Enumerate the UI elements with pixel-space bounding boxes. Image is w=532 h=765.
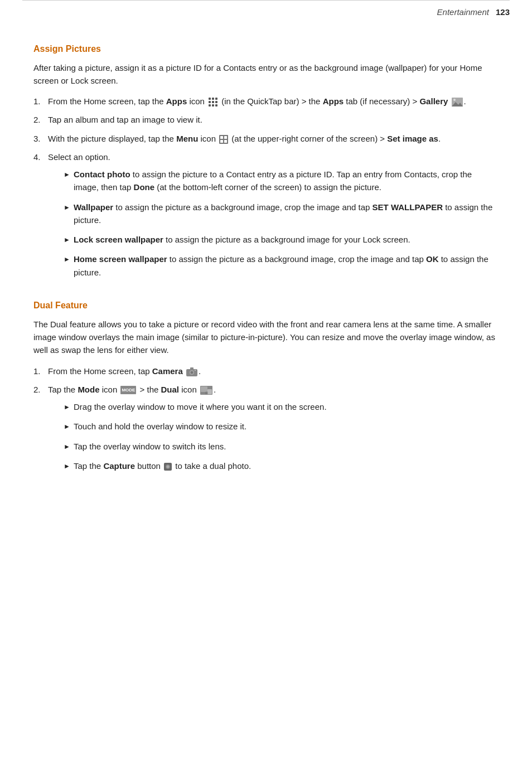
menu-icon	[219, 135, 228, 144]
bullet-arrow-2: ►	[64, 202, 74, 213]
step-1-content: From the Home screen, tap the Apps icon	[48, 95, 499, 108]
gallery-icon	[452, 98, 463, 106]
assign-pictures-section: Assign Pictures After taking a picture, …	[33, 42, 499, 285]
svg-rect-8	[215, 104, 217, 106]
dual-feature-heading: Dual Feature	[33, 299, 499, 312]
svg-rect-1	[212, 98, 214, 100]
keyword-set-wallpaper: SET WALLPAPER	[373, 202, 443, 212]
keyword-wallpaper: Wallpaper	[74, 202, 113, 212]
svg-rect-15	[220, 140, 223, 143]
svg-rect-14	[224, 136, 227, 139]
bullet-home-screen-content: Home screen wallpaper to assign the pict…	[74, 253, 499, 279]
bullet-touch-hold: ► Touch and hold the overlay window to r…	[64, 420, 499, 433]
svg-rect-7	[212, 104, 214, 106]
keyword-done: Done	[134, 182, 155, 192]
bullet-capture: ► Tap the Capture button to take a dual …	[64, 459, 499, 472]
dual-icon: ◫	[200, 386, 212, 395]
bullet-home-screen: ► Home screen wallpaper to assign the pi…	[64, 253, 499, 279]
step-2-content: Tap an album and tap an image to view it…	[48, 113, 499, 126]
svg-text:◫: ◫	[205, 391, 207, 394]
svg-rect-16	[224, 140, 227, 143]
dual-feature-steps: 1. From the Home screen, tap Camera .	[33, 365, 499, 480]
keyword-mode: Mode	[78, 385, 99, 394]
step-4-num: 4.	[33, 151, 48, 163]
step-4: 4. Select an option. ► Contact photo to …	[33, 151, 499, 285]
page: Entertainment 123 Assign Pictures After …	[0, 0, 532, 765]
bullet-drag-content: Drag the overlay window to move it where…	[74, 400, 499, 413]
bullet-contact-photo: ► Contact photo to assign the picture to…	[64, 168, 499, 194]
assign-pictures-heading: Assign Pictures	[33, 42, 499, 56]
step-4-bullets: ► Contact photo to assign the picture to…	[64, 168, 499, 279]
bullet-drag-overlay: ► Drag the overlay window to move it whe…	[64, 400, 499, 413]
keyword-apps-tab: Apps	[323, 96, 344, 106]
svg-rect-4	[212, 101, 214, 103]
assign-pictures-steps: 1. From the Home screen, tap the Apps ic…	[33, 95, 499, 285]
dual-step-1-num: 1.	[33, 365, 48, 377]
bullet-arrow-d4: ►	[64, 461, 74, 472]
svg-point-21	[195, 370, 196, 371]
keyword-apps: Apps	[166, 96, 187, 106]
dual-step-1-content: From the Home screen, tap Camera .	[48, 365, 499, 377]
step-2: 2. Tap an album and tap an image to view…	[33, 113, 499, 126]
bullet-arrow-d1: ►	[64, 402, 74, 413]
svg-rect-6	[209, 104, 211, 106]
bullet-arrow-3: ►	[64, 235, 74, 245]
svg-rect-2	[215, 98, 217, 100]
dual-feature-section: Dual Feature The Dual feature allows you…	[33, 299, 499, 479]
bullet-tap-lens: ► Tap the overlay window to switch its l…	[64, 440, 499, 453]
assign-pictures-intro: After taking a picture, assign it as a p…	[33, 61, 499, 88]
svg-rect-18	[190, 367, 194, 370]
step-1-num: 1.	[33, 95, 48, 108]
svg-rect-0	[209, 98, 211, 100]
step-4-content: Select an option. ► Contact photo to ass…	[48, 151, 499, 285]
keyword-lock-screen-wallpaper: Lock screen wallpaper	[74, 235, 163, 244]
svg-point-28	[167, 465, 170, 468]
section-label: Entertainment	[437, 6, 489, 19]
dual-step-2-bullets: ► Drag the overlay window to move it whe…	[64, 400, 499, 472]
bullet-arrow-d2: ►	[64, 422, 74, 432]
bullet-capture-content: Tap the Capture button to take a dual ph…	[74, 459, 499, 472]
svg-rect-24	[207, 389, 212, 394]
bullet-wallpaper-content: Wallpaper to assign the picture as a bac…	[74, 201, 499, 227]
bullet-wallpaper: ► Wallpaper to assign the picture as a b…	[64, 201, 499, 227]
keyword-capture: Capture	[103, 461, 135, 471]
bullet-lock-screen-content: Lock screen wallpaper to assign the pict…	[74, 233, 499, 246]
dual-feature-intro: The Dual feature allows you to take a pi…	[33, 318, 499, 357]
step-1: 1. From the Home screen, tap the Apps ic…	[33, 95, 499, 108]
capture-icon	[164, 463, 172, 471]
bullet-tap-lens-content: Tap the overlay window to switch its len…	[74, 440, 499, 453]
dual-step-1: 1. From the Home screen, tap Camera .	[33, 365, 499, 377]
bullet-arrow-1: ►	[64, 170, 74, 180]
keyword-camera: Camera	[152, 366, 183, 376]
bullet-arrow-d3: ►	[64, 442, 74, 452]
keyword-ok: OK	[426, 254, 439, 264]
step-3: 3. With the picture displayed, tap the M…	[33, 132, 499, 145]
keyword-contact-photo: Contact photo	[74, 170, 130, 179]
bullet-touch-hold-content: Touch and hold the overlay window to res…	[74, 420, 499, 433]
bullet-lock-screen: ► Lock screen wallpaper to assign the pi…	[64, 233, 499, 246]
svg-point-20	[190, 371, 193, 374]
svg-point-11	[453, 99, 456, 101]
svg-rect-3	[209, 101, 211, 103]
apps-icon	[208, 97, 218, 107]
bullet-arrow-4: ►	[64, 254, 74, 265]
step-3-content: With the picture displayed, tap the Menu…	[48, 132, 499, 145]
keyword-menu: Menu	[176, 134, 198, 143]
page-number: 123	[496, 6, 510, 19]
dual-step-2-content: Tap the Mode icon MODE > the Dual icon ◫…	[48, 383, 499, 479]
dual-step-2-num: 2.	[33, 383, 48, 396]
keyword-dual: Dual	[161, 385, 180, 394]
content: Assign Pictures After taking a picture, …	[0, 21, 532, 503]
camera-icon	[186, 367, 197, 376]
page-header: Entertainment 123	[0, 1, 532, 21]
svg-rect-13	[220, 136, 223, 139]
svg-rect-5	[215, 101, 217, 103]
keyword-set-image-as: Set image as	[387, 134, 438, 143]
keyword-home-screen-wallpaper: Home screen wallpaper	[74, 254, 167, 264]
bullet-contact-photo-content: Contact photo to assign the picture to a…	[74, 168, 499, 194]
keyword-gallery: Gallery	[419, 96, 448, 106]
step-3-num: 3.	[33, 132, 48, 145]
step-2-num: 2.	[33, 113, 48, 126]
dual-step-2: 2. Tap the Mode icon MODE > the Dual ico…	[33, 383, 499, 479]
mode-icon: MODE	[120, 386, 136, 394]
